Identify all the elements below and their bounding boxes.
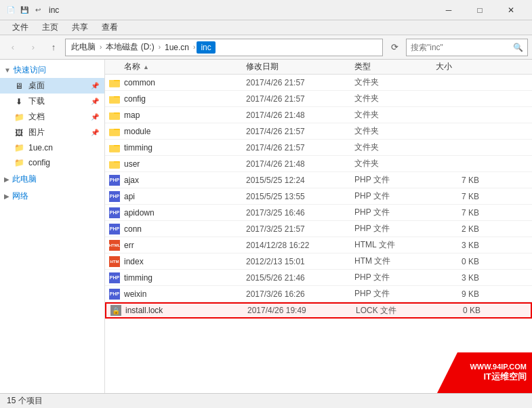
- table-row[interactable]: PHP weixin 2017/3/26 16:26 PHP 文件 9 KB: [105, 286, 532, 302]
- table-row[interactable]: timming 2017/4/26 21:57 文件夹: [105, 140, 532, 156]
- file-size: 2 KB: [430, 224, 485, 234]
- table-row[interactable]: HTML err 2014/12/28 16:22 HTML 文件 3 KB: [105, 237, 532, 253]
- sidebar-item-pictures[interactable]: 🖼 图片 📌: [0, 125, 104, 140]
- forward-button[interactable]: ›: [24, 39, 42, 56]
- this-pc-header[interactable]: ▶ 此电脑: [0, 171, 104, 187]
- table-row[interactable]: config 2017/4/26 21:57 文件夹: [105, 91, 532, 107]
- sidebar-item-documents[interactable]: 📁 文档 📌: [0, 109, 104, 125]
- file-name: user: [124, 159, 241, 169]
- breadcrumb-this-pc[interactable]: 此电脑: [68, 41, 98, 53]
- file-size: 7 KB: [430, 192, 485, 201]
- maximize-button[interactable]: □: [464, 0, 495, 20]
- file-type: 文件夹: [349, 93, 430, 104]
- htm-file-icon: HTM: [109, 256, 120, 267]
- file-name: module: [124, 127, 241, 136]
- file-modified: 2017/4/26 21:57: [241, 78, 349, 87]
- php-file-icon: PHP: [109, 289, 120, 300]
- close-button[interactable]: ✕: [495, 0, 527, 20]
- table-row[interactable]: PHP conn 2017/3/25 21:57 PHP 文件 2 KB: [105, 221, 532, 237]
- menu-home[interactable]: 主页: [35, 20, 65, 35]
- file-name: weixin: [124, 289, 241, 299]
- title-bar: 📄 💾 ↩ inc ─ □ ✕: [0, 0, 532, 20]
- menu-bar: 文件 主页 共享 查看: [0, 20, 532, 35]
- sidebar: ▼ 快速访问 🖥 桌面 📌 ⬇ 下载 📌 📁 文档 📌 🖼 图片 �: [0, 60, 105, 393]
- table-row[interactable]: common 2017/4/26 21:57 文件夹: [105, 75, 532, 91]
- quick-access-header[interactable]: ▼ 快速访问: [0, 62, 104, 78]
- breadcrumb-sep-3: ›: [193, 43, 195, 51]
- search-box[interactable]: 🔍: [406, 39, 528, 56]
- menu-share[interactable]: 共享: [65, 20, 95, 35]
- table-row[interactable]: user 2017/4/26 21:48 文件夹: [105, 156, 532, 172]
- save-icon[interactable]: 💾: [19, 5, 30, 16]
- col-modified-header[interactable]: 修改日期: [241, 61, 349, 73]
- undo-icon[interactable]: ↩: [33, 5, 43, 16]
- table-row[interactable]: PHP timming 2015/5/26 21:46 PHP 文件 3 KB: [105, 270, 532, 286]
- table-row[interactable]: module 2017/4/26 21:57 文件夹: [105, 123, 532, 140]
- file-size: 0 KB: [430, 257, 485, 266]
- col-type-header[interactable]: 类型: [349, 61, 430, 73]
- file-icon: 🔒: [106, 305, 125, 316]
- table-row[interactable]: PHP api 2015/5/25 13:55 PHP 文件 7 KB: [105, 188, 532, 205]
- breadcrumb-local-disk[interactable]: 本地磁盘 (D:): [103, 41, 157, 53]
- file-type: PHP 文件: [349, 223, 430, 234]
- php-file-icon: PHP: [109, 272, 120, 283]
- file-name: map: [124, 110, 241, 120]
- file-icon: PHP: [105, 224, 124, 234]
- folder-icon: [109, 110, 120, 120]
- documents-icon: 📁: [14, 112, 24, 123]
- minimize-button[interactable]: ─: [433, 0, 464, 20]
- pin-icon: 📌: [91, 82, 99, 89]
- sidebar-item-config[interactable]: 📁 config: [0, 155, 104, 170]
- main-layout: ▼ 快速访问 🖥 桌面 📌 ⬇ 下载 📌 📁 文档 📌 🖼 图片 �: [0, 60, 532, 393]
- search-input[interactable]: [411, 43, 513, 52]
- file-icon: HTM: [105, 256, 124, 267]
- sidebar-item-downloads[interactable]: ⬇ 下载 📌: [0, 94, 104, 109]
- sidebar-item-downloads-label: 下载: [28, 96, 45, 107]
- chevron-right-icon-2: ▶: [4, 192, 9, 200]
- php-file-icon: PHP: [109, 191, 120, 202]
- sidebar-item-pictures-label: 图片: [28, 127, 45, 138]
- file-icon: [105, 159, 124, 169]
- breadcrumb-1uecn[interactable]: 1ue.cn: [162, 43, 192, 52]
- file-type: 文件夹: [349, 77, 430, 88]
- quick-access-label: 快速访问: [14, 64, 46, 76]
- file-size: 0 KB: [432, 306, 486, 315]
- file-size: 7 KB: [430, 176, 485, 185]
- menu-file[interactable]: 文件: [5, 20, 35, 35]
- file-modified: 2017/4/26 21:57: [241, 94, 349, 104]
- file-type: PHP 文件: [349, 174, 430, 186]
- chevron-down-icon: ▼: [4, 66, 11, 74]
- watermark-url: WWW.94IP.COM: [470, 363, 527, 371]
- file-type: HTM 文件: [349, 256, 430, 267]
- file-name: apidown: [124, 208, 241, 218]
- file-modified: 2017/4/26 21:48: [241, 110, 349, 120]
- sidebar-item-desktop[interactable]: 🖥 桌面 📌: [0, 78, 104, 94]
- svg-rect-17: [109, 162, 120, 168]
- file-modified: 2015/5/25 12:24: [241, 176, 349, 185]
- file-icon: PHP: [105, 207, 124, 218]
- breadcrumb-current[interactable]: inc: [197, 41, 215, 54]
- network-header[interactable]: ▶ 网络: [0, 188, 104, 204]
- table-row[interactable]: 🔒 install.lock 2017/4/26 19:49 LOCK 文件 0…: [105, 302, 532, 319]
- file-name: config: [124, 94, 241, 104]
- table-row[interactable]: HTM index 2012/2/13 15:01 HTM 文件 0 KB: [105, 253, 532, 270]
- network-section: ▶ 网络: [0, 188, 104, 204]
- file-type: PHP 文件: [349, 207, 430, 218]
- file-name: conn: [124, 224, 241, 234]
- table-row[interactable]: PHP apidown 2017/3/25 16:46 PHP 文件 7 KB: [105, 205, 532, 221]
- sidebar-item-1uecn[interactable]: 📁 1ue.cn: [0, 140, 104, 155]
- col-size-header[interactable]: 大小: [430, 61, 485, 73]
- this-pc-section: ▶ 此电脑: [0, 171, 104, 187]
- menu-view[interactable]: 查看: [95, 20, 125, 35]
- file-type: 文件夹: [349, 109, 430, 121]
- file-type: 文件夹: [349, 142, 430, 153]
- file-size: 9 KB: [430, 289, 485, 299]
- up-button[interactable]: ↑: [45, 39, 62, 56]
- table-row[interactable]: map 2017/4/26 21:48 文件夹: [105, 107, 532, 123]
- window-title: inc: [49, 5, 433, 15]
- back-button[interactable]: ‹: [4, 39, 22, 56]
- table-row[interactable]: PHP ajax 2015/5/25 12:24 PHP 文件 7 KB: [105, 172, 532, 188]
- file-type: 文件夹: [349, 158, 430, 169]
- refresh-button[interactable]: ⟳: [386, 39, 403, 56]
- col-name-header[interactable]: 名称 ▲: [105, 61, 241, 73]
